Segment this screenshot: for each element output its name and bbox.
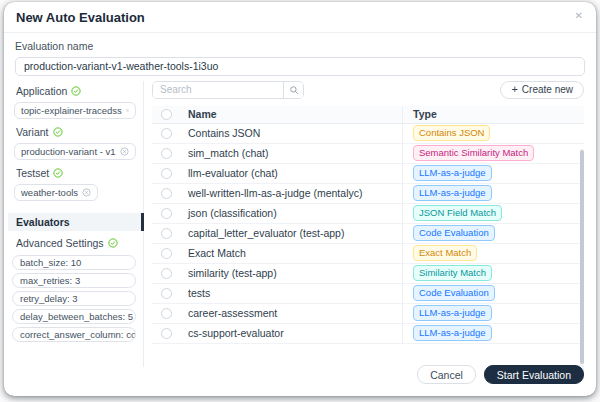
application-label: Application — [16, 85, 67, 97]
check-circle-icon — [53, 127, 63, 137]
evaluator-type-badge: LLM-as-a-judge — [413, 185, 492, 201]
column-header-name: Name — [180, 106, 403, 123]
select-all-checkbox[interactable] — [161, 109, 172, 120]
row-checkbox[interactable] — [161, 248, 172, 259]
search-button[interactable] — [283, 82, 303, 98]
row-checkbox[interactable] — [161, 188, 172, 199]
evaluator-type-badge: Semantic Similarity Match — [413, 145, 534, 161]
row-checkbox[interactable] — [161, 328, 172, 339]
table-row[interactable]: capital_letter_evaluator (test-app)Code … — [152, 224, 584, 244]
evaluator-type-badge: Code Evaluation — [413, 225, 495, 241]
evaluator-name: similarity (test-app) — [180, 264, 403, 283]
variant-tag: production-variant - v1 — [14, 143, 136, 160]
close-icon[interactable]: ✕ — [575, 11, 583, 21]
evaluation-name-input[interactable] — [15, 57, 585, 76]
row-checkbox[interactable] — [161, 288, 172, 299]
sidebar-section-evaluators[interactable]: Evaluators — [8, 213, 143, 231]
evaluator-name: Exact Match — [180, 244, 403, 263]
application-tag-label: topic-explainer-tracedss — [21, 105, 122, 116]
new-auto-evaluation-modal: New Auto Evaluation ✕ Evaluation name Ap… — [4, 2, 596, 396]
plus-icon: + — [511, 84, 517, 95]
table-row[interactable]: json (classification)JSON Field Match — [152, 204, 584, 224]
evaluator-type-badge: LLM-as-a-judge — [413, 325, 492, 341]
application-tag: topic-explainer-tracedss — [14, 102, 136, 119]
sidebar-section-application: Application topic-explainer-tracedss — [4, 86, 143, 119]
modal-title: New Auto Evaluation — [16, 10, 145, 25]
search-icon — [289, 85, 299, 95]
search-box — [152, 81, 304, 99]
evaluator-name: career-assessment — [180, 304, 403, 323]
modal-footer: Cancel Start Evaluation — [417, 365, 584, 384]
search-input[interactable] — [153, 82, 283, 98]
evaluator-type-badge: Code Evaluation — [413, 285, 495, 301]
table-row[interactable]: llm-evaluator (chat)LLM-as-a-judge — [152, 164, 584, 184]
row-checkbox[interactable] — [161, 228, 172, 239]
row-checkbox[interactable] — [161, 128, 172, 139]
table-row[interactable]: cs-support-evaluatorLLM-as-a-judge — [152, 324, 584, 344]
create-new-button[interactable]: + Create new — [500, 81, 584, 99]
evaluator-name: well-written-llm-as-a-judge (mentalyc) — [180, 184, 403, 203]
table-row[interactable]: testsCode Evaluation — [152, 284, 584, 304]
evaluator-type-badge: LLM-as-a-judge — [413, 165, 492, 181]
testset-tag: weather-tools — [14, 184, 98, 201]
variant-tag-label: production-variant - v1 — [21, 146, 116, 157]
evaluation-name-label: Evaluation name — [15, 40, 585, 52]
evaluator-name: sim_match (chat) — [180, 144, 403, 163]
table-row[interactable]: sim_match (chat)Semantic Similarity Matc… — [152, 144, 584, 164]
sidebar-section-testset: Testset weather-tools — [4, 168, 143, 201]
create-new-label: Create new — [522, 84, 573, 95]
evaluator-name: json (classification) — [180, 204, 403, 223]
testset-label: Testset — [16, 167, 49, 179]
row-checkbox[interactable] — [161, 208, 172, 219]
row-checkbox[interactable] — [161, 148, 172, 159]
advanced-setting-pill: retry_delay: 3 — [12, 291, 136, 306]
evaluator-name: cs-support-evaluator — [180, 324, 403, 343]
sidebar-section-variant: Variant production-variant - v1 — [4, 127, 143, 160]
evaluator-toolbar: + Create new — [152, 81, 584, 99]
evaluator-name: Contains JSON — [180, 124, 403, 143]
evaluator-type-badge: Exact Match — [413, 245, 477, 261]
advanced-setting-pill: max_retries: 3 — [12, 273, 136, 288]
table-header: Name Type — [152, 106, 584, 124]
evaluator-type-badge: Contains JSON — [413, 125, 490, 141]
check-circle-icon — [53, 168, 63, 178]
check-circle-icon — [71, 86, 81, 96]
column-header-type: Type — [403, 106, 584, 123]
advanced-settings-header: Advanced Settings — [16, 238, 143, 249]
remove-tag-icon[interactable] — [126, 106, 129, 115]
remove-tag-icon[interactable] — [82, 188, 91, 197]
evaluator-name: llm-evaluator (chat) — [180, 164, 403, 183]
evaluator-name: tests — [180, 284, 403, 303]
scrollbar-thumb[interactable] — [580, 150, 584, 364]
evaluator-name: capital_letter_evaluator (test-app) — [180, 224, 403, 243]
testset-tag-label: weather-tools — [21, 187, 78, 198]
evaluator-type-badge: LLM-as-a-judge — [413, 305, 492, 321]
evaluator-panel: + Create new Name Type Contains JSONCont… — [144, 81, 596, 367]
modal-header: New Auto Evaluation ✕ — [4, 2, 596, 33]
check-circle-icon — [108, 238, 118, 248]
table-row[interactable]: similarity (test-app)Similarity Match — [152, 264, 584, 284]
evaluators-header-label: Evaluators — [16, 216, 70, 228]
advanced-settings-list: batch_size: 10max_retries: 3retry_delay:… — [4, 255, 143, 342]
cancel-button[interactable]: Cancel — [417, 365, 476, 384]
evaluator-type-badge: JSON Field Match — [413, 205, 502, 221]
evaluator-type-badge: Similarity Match — [413, 265, 492, 281]
variant-label: Variant — [16, 126, 49, 138]
config-sidebar: Application topic-explainer-tracedss Var… — [4, 81, 144, 367]
advanced-setting-pill: delay_between_batches: 5 — [12, 309, 136, 324]
table-row[interactable]: career-assessmentLLM-as-a-judge — [152, 304, 584, 324]
row-checkbox[interactable] — [161, 308, 172, 319]
advanced-settings-label: Advanced Settings — [16, 237, 104, 249]
advanced-setting-pill: correct_answer_column: corre... — [12, 327, 136, 342]
advanced-setting-pill: batch_size: 10 — [12, 255, 136, 270]
table-row[interactable]: Contains JSONContains JSON — [152, 124, 584, 144]
row-checkbox[interactable] — [161, 168, 172, 179]
evaluator-table: Name Type Contains JSONContains JSONsim_… — [152, 106, 584, 344]
row-checkbox[interactable] — [161, 268, 172, 279]
evaluator-table-body: Contains JSONContains JSONsim_match (cha… — [152, 124, 584, 344]
table-row[interactable]: well-written-llm-as-a-judge (mentalyc)LL… — [152, 184, 584, 204]
remove-tag-icon[interactable] — [120, 147, 129, 156]
start-evaluation-button[interactable]: Start Evaluation — [484, 365, 584, 384]
evaluation-name-block: Evaluation name — [4, 33, 596, 76]
table-row[interactable]: Exact MatchExact Match — [152, 244, 584, 264]
